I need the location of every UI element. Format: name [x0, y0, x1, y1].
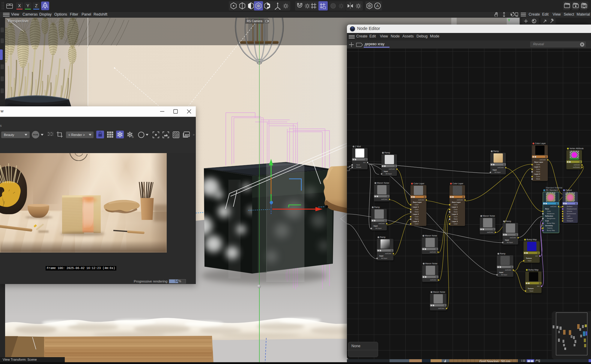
svg-text:G: G — [132, 135, 134, 138]
svg-text:A: A — [376, 4, 379, 8]
